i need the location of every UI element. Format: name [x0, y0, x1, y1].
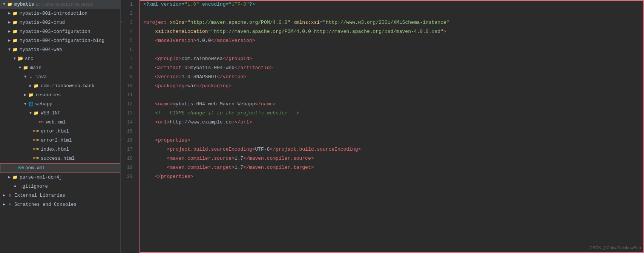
- arrow-001: ▶: [7, 10, 12, 17]
- folder-icon-003: 📁: [12, 29, 18, 35]
- label-main: main: [30, 64, 41, 72]
- ln-20: 20: [121, 172, 136, 181]
- code-line-18: <maven.compiler.source>1.7</maven.compil…: [143, 154, 640, 163]
- folder-icon-002: 📁: [12, 20, 18, 26]
- root-arrow: ▼: [2, 1, 7, 8]
- file-icon-pomxml: POM: [18, 165, 24, 171]
- sidebar-item-webinf[interactable]: ▼ 📁 WEB-INF: [0, 109, 120, 118]
- folder-icon-004b: 📁: [12, 38, 18, 44]
- ln-2: 2: [121, 9, 136, 18]
- code-line-5: <modelVersion>4.0.0</modelVersion>: [143, 36, 640, 45]
- arrow-004b: ▶: [7, 37, 12, 45]
- ln-16: 16 ▼: [121, 136, 136, 145]
- sidebar-item-webxml[interactable]: XML web.xml: [0, 118, 120, 127]
- ln-4: 4: [121, 27, 136, 36]
- sidebar-root[interactable]: ▼ 📁 mybatis E:\Java\mybatis\mybatis: [0, 0, 120, 9]
- ln-15: 15: [121, 127, 136, 136]
- code-editor[interactable]: <?xml version="1.0" encoding="UTF-8"?> <…: [140, 0, 644, 181]
- code-line-14: <url>http://www.example.com</url>: [143, 118, 640, 127]
- ln-8: 8: [121, 63, 136, 73]
- arrow-webapp: ▼: [23, 100, 28, 108]
- file-icon-webxml: XML: [38, 119, 44, 125]
- code-line-7: <groupId>com.rainbowsea</groupId>: [143, 54, 640, 63]
- arrow-extlib: ▶: [2, 192, 7, 199]
- ln-13: 13: [121, 109, 136, 118]
- line-numbers: 1 2 3 ▼ 4 5 6 7 8 9 10 11 12 13 14 15 16…: [121, 0, 140, 253]
- ln-3: 3 ▼: [121, 18, 136, 27]
- root-path: E:\Java\mybatis\mybatis: [36, 1, 93, 8]
- sidebar-item-mybatis-001[interactable]: ▶ 📁 mybatis-001-introduction: [0, 9, 120, 18]
- sidebar-item-mybatis-003[interactable]: ▶ 📁 mybatis-003-configuration: [0, 27, 120, 36]
- ln-11: 11: [121, 91, 136, 100]
- sidebar-item-error2html[interactable]: HTM error2.html: [0, 136, 120, 145]
- sidebar-item-mybatis-004-web[interactable]: ▼ 📁 mybatis-004-web: [0, 45, 120, 54]
- ln-19: 19: [121, 163, 136, 172]
- code-line-2: [143, 9, 640, 18]
- icon-scratches: ✎: [7, 202, 13, 208]
- sidebar-item-errorhtml[interactable]: HTM error.html: [0, 127, 120, 136]
- ln-18: 18: [121, 154, 136, 163]
- icon-extlib: ⚙: [7, 193, 13, 199]
- label-scratches: Scratches and Consoles: [14, 201, 77, 208]
- sidebar-item-resources[interactable]: ▶ 📁 resources: [0, 91, 120, 100]
- sidebar-item-webapp[interactable]: ▼ 🌐 webapp: [0, 100, 120, 109]
- code-line-9: <version>1.0-SNAPSHOT</version>: [143, 73, 640, 82]
- label-error2html: error2.html: [41, 137, 72, 144]
- file-icon-errorhtml: HTM: [33, 128, 39, 134]
- code-line-8: <artifactId>mybatis-004-web</artifactId>: [143, 63, 640, 73]
- ln-17: 17: [121, 145, 136, 154]
- folder-icon-webinf: 📁: [33, 110, 39, 116]
- label-webxml: web.xml: [46, 119, 66, 126]
- sidebar-item-src[interactable]: ▼ 📂 src: [0, 54, 120, 63]
- sidebar-item-parse-xml[interactable]: ▶ 📁 parse-xml-dom4j: [0, 173, 120, 182]
- folder-icon-resources: 📁: [28, 92, 34, 98]
- code-line-11: [143, 91, 640, 100]
- arrow-resources: ▶: [23, 91, 28, 99]
- code-line-15: [143, 127, 640, 136]
- file-icon-error2html: HTM: [33, 137, 39, 143]
- code-line-12: <name>mybatis-004-web Maven Webapp</name…: [143, 100, 640, 109]
- arrow-parse-xml: ▶: [7, 174, 12, 181]
- label-pomxml: pom.xml: [25, 164, 45, 172]
- sidebar-item-java[interactable]: ▼ ☕ java: [0, 73, 120, 82]
- sidebar-item-scratches[interactable]: ▶ ✎ Scratches and Consoles: [0, 200, 120, 209]
- label-gitignore: .gitignore: [20, 183, 48, 190]
- label-webapp: webapp: [35, 100, 52, 108]
- sidebar-item-gitignore[interactable]: ● .gitignore: [0, 182, 120, 191]
- folder-icon-001: 📁: [12, 11, 18, 17]
- folder-icon-main: 📁: [23, 65, 29, 71]
- ln-1: 1: [121, 0, 136, 9]
- code-line-19: <maven.compiler.target>1.7</maven.compil…: [143, 163, 640, 172]
- label-java: java: [35, 73, 47, 81]
- code-line-3: <project xmlns="http://maven.apache.org/…: [143, 18, 640, 27]
- label-resources: resources: [35, 91, 61, 99]
- ln-10: 10: [121, 82, 136, 91]
- code-line-13: <!-- FIXME change it to the project's we…: [143, 109, 640, 118]
- sidebar-item-main[interactable]: ▼ 📁 main: [0, 63, 120, 73]
- label-src: src: [25, 55, 34, 63]
- arrow-004w: ▼: [7, 46, 12, 54]
- file-icon-successhtml: HTM: [33, 156, 39, 162]
- sidebar-item-extlib[interactable]: ▶ ⚙ External Libraries: [0, 191, 120, 200]
- folder-icon-src: 📂: [17, 56, 23, 62]
- label-indexhtml: index.html: [41, 146, 69, 153]
- code-line-6: [143, 45, 640, 54]
- label-003: mybatis-003-configuration: [20, 28, 90, 35]
- label-errorhtml: error.html: [41, 128, 69, 135]
- sidebar-item-pomxml[interactable]: POM pom.xml: [0, 163, 120, 173]
- code-line-20: </properties>: [143, 172, 640, 181]
- editor-area: 1 2 3 ▼ 4 5 6 7 8 9 10 11 12 13 14 15 16…: [121, 0, 644, 253]
- sidebar-item-indexhtml[interactable]: HTM index.html: [0, 145, 120, 154]
- file-icon-indexhtml: HTM: [33, 147, 39, 153]
- arrow-webinf: ▼: [28, 110, 33, 117]
- folder-icon-004w: 📁: [12, 47, 18, 53]
- sidebar-item-mybatis-004-blog[interactable]: ▶ 📁 mybatis-004-configuration-blog: [0, 36, 120, 45]
- folder-icon-com: 📁: [33, 83, 39, 89]
- file-icon-gitignore: ●: [12, 184, 18, 190]
- sidebar-item-com[interactable]: ▶ 📁 com.rianbowsea.bank: [0, 82, 120, 91]
- ln-7: 7: [121, 54, 136, 63]
- sidebar-item-successhtml[interactable]: HTM success.html: [0, 154, 120, 163]
- ln-5: 5: [121, 36, 136, 45]
- folder-icon-parse-xml: 📁: [12, 174, 18, 180]
- sidebar-item-mybatis-002[interactable]: ▶ 📁 mybatis-002-crud: [0, 18, 120, 27]
